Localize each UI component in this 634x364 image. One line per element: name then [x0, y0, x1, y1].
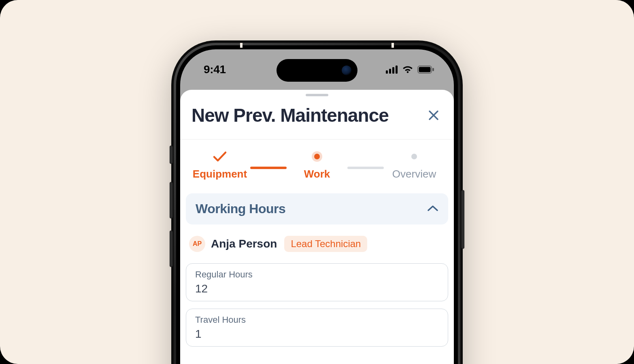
side-button-power: [461, 190, 464, 249]
phone-frame: 9:41: [171, 40, 463, 364]
close-icon: [428, 109, 440, 121]
section-working-hours-header[interactable]: Working Hours: [186, 193, 448, 224]
battery-icon: [417, 66, 434, 74]
avatar: AP: [189, 236, 205, 252]
dynamic-island: [277, 59, 357, 82]
check-icon: [213, 151, 227, 162]
sheet-header: New Prev. Maintenance: [180, 90, 454, 140]
step-work[interactable]: Work: [287, 151, 347, 180]
step-equipment-label: Equipment: [193, 168, 247, 180]
role-badge: Lead Technician: [284, 236, 367, 252]
step-overview-label: Overview: [392, 168, 436, 180]
stepper: Equipment Work Overview: [180, 140, 454, 190]
svg-rect-0: [386, 70, 388, 74]
step-dot-active-icon: [314, 154, 320, 159]
step-work-label: Work: [304, 168, 330, 180]
person-name: Anja Person: [211, 237, 277, 250]
status-indicators: [386, 66, 434, 74]
step-dot-future-icon: [411, 154, 417, 159]
front-camera: [342, 66, 351, 75]
field-travel-hours[interactable]: Travel Hours: [186, 309, 448, 347]
field-travel-hours-label: Travel Hours: [195, 315, 439, 325]
wifi-icon: [402, 66, 413, 74]
close-button[interactable]: [425, 106, 443, 124]
svg-rect-2: [392, 67, 394, 74]
field-regular-hours-label: Regular Hours: [195, 269, 439, 280]
sheet-title: New Prev. Maintenance: [191, 104, 389, 126]
regular-hours-input[interactable]: [195, 282, 439, 295]
step-overview[interactable]: Overview: [384, 151, 445, 180]
step-equipment[interactable]: Equipment: [189, 151, 250, 180]
status-time: 9:41: [204, 63, 226, 76]
field-regular-hours[interactable]: Regular Hours: [186, 263, 448, 301]
person-row: AP Anja Person Lead Technician: [180, 224, 454, 256]
chevron-up-icon: [427, 205, 438, 214]
travel-hours-input[interactable]: [195, 328, 439, 341]
svg-rect-3: [396, 66, 398, 74]
svg-rect-1: [389, 69, 391, 74]
modal-sheet: New Prev. Maintenance Equipment: [180, 90, 454, 364]
phone-screen: 9:41: [180, 49, 454, 364]
side-button-silence: [170, 146, 173, 164]
step-connector: [347, 167, 384, 169]
side-button-volume-down: [170, 231, 173, 267]
svg-rect-5: [419, 67, 431, 72]
cellular-icon: [386, 66, 398, 74]
step-connector: [250, 167, 287, 169]
sheet-grabber[interactable]: [306, 94, 328, 96]
section-working-hours-title: Working Hours: [196, 201, 285, 216]
svg-rect-6: [432, 68, 434, 71]
side-button-volume-up: [170, 182, 173, 218]
